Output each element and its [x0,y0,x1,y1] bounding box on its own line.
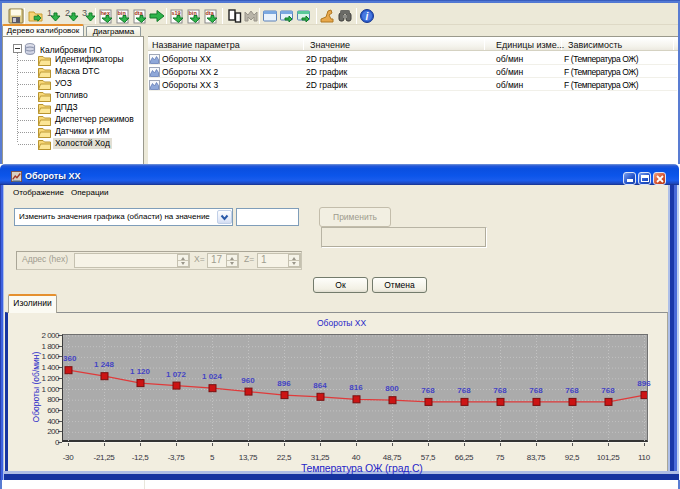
svg-text:i: i [366,11,369,22]
